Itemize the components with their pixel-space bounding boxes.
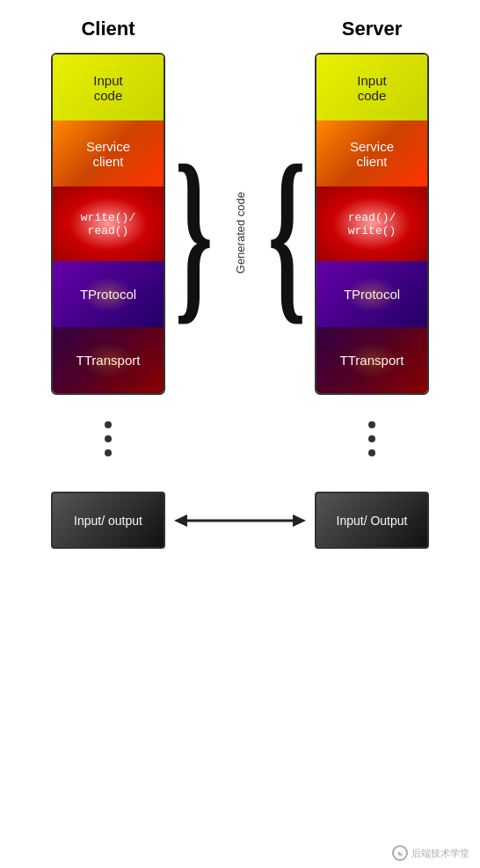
server-read-write-label: read()/ write() (324, 211, 420, 237)
svg-marker-2 (293, 514, 306, 527)
server-service-client-label: Serviceclient (350, 139, 394, 169)
generated-code-label: Generated code (234, 192, 247, 274)
client-dot-2 (105, 435, 112, 442)
server-tprotocol-layer: TProtocol (316, 261, 427, 327)
main-container: Client Server Inputcode Serviceclient wr… (0, 0, 480, 868)
server-dot-2 (368, 435, 375, 442)
client-title: Client (81, 18, 135, 40)
client-dot-3 (105, 449, 112, 456)
io-arrow-area (170, 507, 310, 534)
client-input-code-layer: Inputcode (53, 55, 164, 120)
server-dot-1 (368, 421, 375, 428)
server-dot-3 (368, 449, 375, 456)
client-io-col: Input/ output (47, 492, 170, 549)
server-input-code-label: Inputcode (357, 73, 386, 103)
client-dots-col (47, 395, 170, 483)
client-ttransport-label: TTransport (76, 353, 141, 368)
server-input-code-layer: Inputcode (316, 55, 427, 120)
server-column-header: Server (310, 18, 433, 47)
server-service-client-layer: Serviceclient (316, 120, 427, 186)
client-column: Inputcode Serviceclient write()/ read() … (47, 53, 170, 395)
client-dot-1 (105, 421, 112, 428)
left-brace: } (174, 136, 212, 330)
brace-container: } Generated code { (156, 97, 324, 369)
server-column: Inputcode Serviceclient read()/ write() … (310, 53, 433, 395)
layers-row: Inputcode Serviceclient write()/ read() … (9, 53, 471, 395)
client-dots (105, 408, 112, 470)
watermark: ☯ 后端技术学堂 (392, 845, 469, 861)
title-row: Client Server (9, 18, 471, 47)
io-row: Input/ output Input/ Output (9, 492, 471, 549)
server-ttransport-layer: TTransport (316, 327, 427, 393)
client-border: Inputcode Serviceclient write()/ read() … (51, 53, 165, 395)
client-service-client-layer: Serviceclient (53, 120, 164, 186)
client-ttransport-layer: TTransport (53, 327, 164, 393)
dots-row (9, 395, 471, 483)
server-io-col: Input/ Output (310, 492, 433, 549)
client-write-read-label: write()/ read() (60, 211, 156, 237)
client-column-header: Client (47, 18, 170, 47)
watermark-icon: ☯ (392, 845, 408, 861)
right-brace: { (267, 136, 305, 330)
server-dots-col (310, 395, 433, 483)
client-tprotocol-label: TProtocol (80, 287, 136, 302)
server-tprotocol-label: TProtocol (344, 287, 400, 302)
client-io-box: Input/ output (51, 492, 165, 549)
server-title: Server (342, 18, 403, 40)
client-io-label: Input/ output (74, 514, 142, 528)
client-write-read-layer: write()/ read() (53, 186, 164, 261)
client-input-code-label: Inputcode (93, 73, 122, 103)
svg-marker-1 (174, 514, 187, 527)
bidirectional-arrow (170, 507, 310, 534)
server-io-box: Input/ Output (315, 492, 429, 549)
server-dots (368, 408, 375, 470)
client-service-client-label: Serviceclient (86, 139, 130, 169)
server-border: Inputcode Serviceclient read()/ write() … (315, 53, 429, 395)
server-ttransport-label: TTransport (340, 353, 404, 368)
server-io-label: Input/ Output (337, 514, 408, 528)
watermark-text: 后端技术学堂 (411, 847, 469, 860)
server-read-write-layer: read()/ write() (316, 186, 427, 261)
client-tprotocol-layer: TProtocol (53, 261, 164, 327)
middle-area: } Generated code { (170, 53, 310, 369)
